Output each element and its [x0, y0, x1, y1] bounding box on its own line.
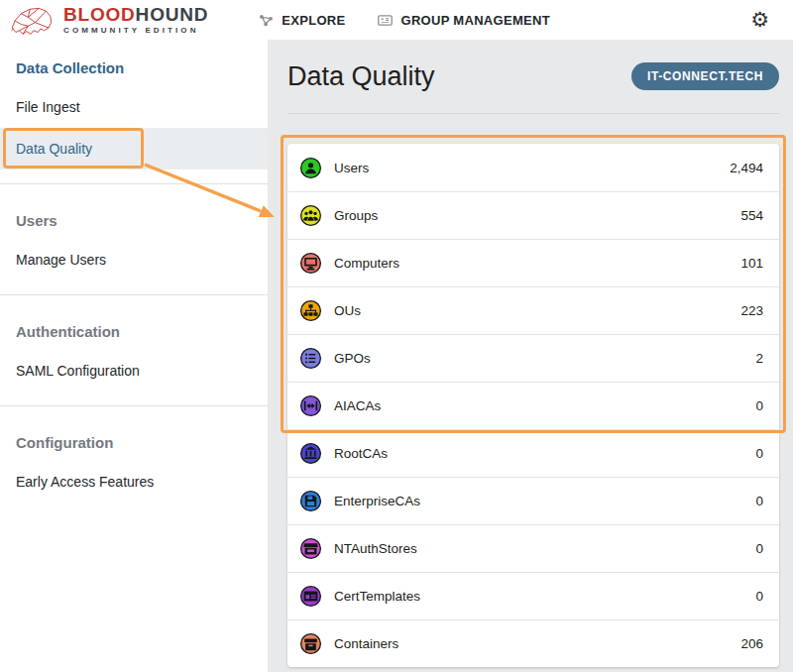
nav-group-management-label: GROUP MANAGEMENT	[401, 13, 550, 28]
id-card-icon	[299, 585, 322, 608]
user-icon	[299, 157, 322, 179]
row-count: 0	[755, 589, 763, 604]
computer-icon	[299, 252, 322, 275]
row-label: OUs	[334, 303, 361, 318]
settings-gear-icon[interactable]: ⚙	[750, 10, 769, 31]
main-content: Data Quality IT-CONNECT.TECH Users 2,494	[268, 40, 793, 672]
row-count: 0	[755, 494, 763, 508]
row-label: Computers	[334, 256, 399, 271]
top-nav: EXPLORE GROUP MANAGEMENT	[258, 12, 550, 29]
nav-explore[interactable]: EXPLORE	[258, 12, 345, 29]
row-count: 101	[740, 256, 763, 271]
row-label: EnterpriseCAs	[334, 494, 420, 508]
table-row-enterprisecas: EnterpriseCAs 0	[287, 477, 779, 524]
sidebar-item-early-access-features[interactable]: Early Access Features	[0, 461, 268, 503]
top-bar: BLOODHOUND COMMUNITY EDITION EXPLORE	[0, 0, 793, 40]
row-label: GPOs	[334, 351, 371, 366]
sidebar: Data Collection File Ingest Data Quality…	[0, 40, 268, 672]
row-count: 2,494	[730, 161, 763, 175]
row-label: Containers	[334, 636, 398, 651]
store-icon	[299, 537, 322, 560]
row-count: 206	[740, 636, 763, 651]
sidebar-item-saml-configuration[interactable]: SAML Configuration	[0, 350, 268, 392]
nav-group-management[interactable]: GROUP MANAGEMENT	[376, 12, 550, 29]
row-label: AIACAs	[334, 398, 381, 413]
data-quality-table: Users 2,494 Groups 554	[287, 144, 779, 667]
page-title: Data Quality	[287, 61, 435, 92]
table-row-computers: Computers 101	[287, 239, 779, 286]
table-row-aiacas: AIACAs 0	[287, 382, 779, 429]
sitemap-icon	[299, 299, 322, 322]
landmark-icon	[299, 442, 322, 465]
bloodhound-logo[interactable]: BLOODHOUND COMMUNITY EDITION	[8, 3, 208, 37]
sidebar-header-authentication: Authentication	[0, 295, 268, 350]
boar-logo-icon	[8, 3, 56, 37]
table-row-containers: Containers 206	[287, 619, 779, 667]
box-icon	[299, 632, 322, 655]
row-label: Groups	[334, 208, 378, 223]
header-divider	[287, 113, 779, 114]
table-row-ous: OUs 223	[287, 286, 779, 334]
list-icon	[299, 347, 322, 370]
row-count: 0	[755, 398, 763, 413]
sidebar-header-users: Users	[0, 184, 268, 239]
sidebar-header-data-collection: Data Collection	[0, 40, 268, 86]
page-layout: Data Collection File Ingest Data Quality…	[0, 40, 793, 672]
brand-text: BLOODHOUND COMMUNITY EDITION	[63, 5, 208, 35]
arrows-to-line-icon	[299, 394, 322, 417]
table-row-rootcas: RootCAs 0	[287, 429, 779, 477]
row-label: CertTemplates	[334, 589, 420, 604]
nav-explore-label: EXPLORE	[282, 13, 345, 28]
table-row-groups: Groups 554	[287, 191, 779, 239]
floppy-disk-icon	[299, 490, 322, 512]
sidebar-item-file-ingest[interactable]: File Ingest	[0, 86, 268, 128]
row-label: RootCAs	[334, 446, 388, 461]
row-label: Users	[334, 161, 369, 175]
brand-subtitle: COMMUNITY EDITION	[63, 26, 208, 35]
table-row-gpos: GPOs 2	[287, 334, 779, 382]
group-management-icon	[376, 12, 395, 29]
sidebar-item-data-quality[interactable]: Data Quality	[0, 128, 268, 169]
table-row-ntauthstores: NTAuthStores 0	[287, 524, 779, 572]
row-count: 0	[755, 446, 763, 461]
group-icon	[299, 204, 322, 227]
row-count: 2	[755, 351, 763, 366]
table-row-certtemplates: CertTemplates 0	[287, 572, 779, 619]
brand-name: BLOODHOUND	[63, 5, 208, 24]
sidebar-item-manage-users[interactable]: Manage Users	[0, 239, 268, 280]
graph-icon	[258, 12, 275, 29]
domain-badge[interactable]: IT-CONNECT.TECH	[631, 62, 779, 90]
row-count: 223	[740, 303, 763, 318]
main-header: Data Quality IT-CONNECT.TECH	[287, 59, 779, 93]
brand-name-hound: HOUND	[136, 4, 209, 25]
row-count: 554	[740, 208, 763, 223]
row-label: NTAuthStores	[334, 541, 417, 556]
sidebar-header-configuration: Configuration	[0, 406, 268, 461]
row-count: 0	[755, 541, 763, 556]
brand-name-blood: BLOOD	[63, 4, 136, 25]
table-row-users: Users 2,494	[287, 144, 779, 191]
